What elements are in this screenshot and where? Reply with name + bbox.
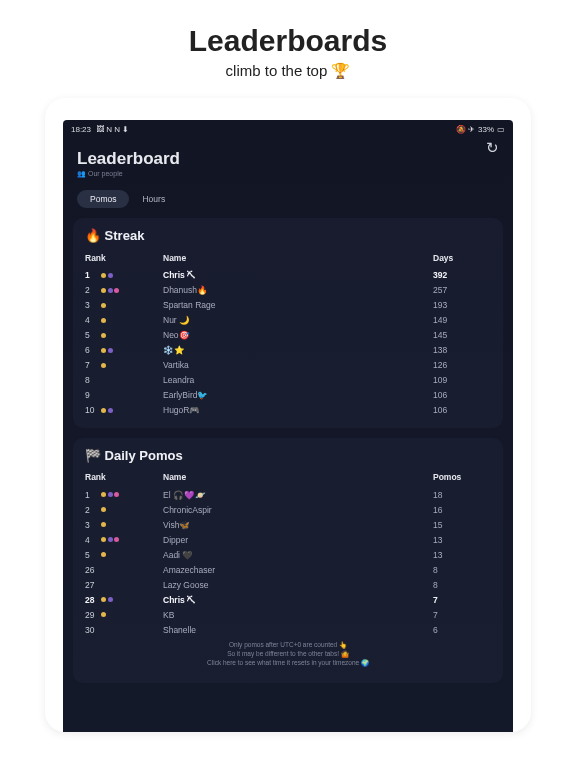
table-row[interactable]: 4Nur 🌙149	[85, 313, 491, 328]
pink-badge-icon	[114, 537, 119, 542]
rank-number: 8	[85, 375, 98, 385]
badges	[101, 303, 106, 308]
table-row[interactable]: 29KB7	[85, 607, 491, 622]
gold-badge-icon	[101, 318, 106, 323]
name-cell: Lazy Goose	[163, 580, 433, 590]
leaderboard-subtitle: 👥 Our people	[77, 170, 180, 178]
value-cell: 8	[433, 580, 491, 590]
gold-badge-icon	[101, 507, 106, 512]
badges	[101, 597, 113, 602]
gold-badge-icon	[101, 333, 106, 338]
value-cell: 6	[433, 625, 491, 635]
badges	[101, 552, 106, 557]
badges	[101, 273, 113, 278]
rank-number: 5	[85, 330, 98, 340]
gold-badge-icon	[101, 492, 106, 497]
table-row[interactable]: 7Vartika126	[85, 358, 491, 373]
tab-pomos[interactable]: Pomos	[77, 190, 129, 208]
promo-header: Leaderboards climb to the top 🏆	[0, 0, 576, 98]
value-cell: 145	[433, 330, 491, 340]
badges	[101, 537, 119, 542]
name-cell: Aadi 🖤	[163, 550, 433, 560]
table-row[interactable]: 26Amazechaser8	[85, 562, 491, 577]
table-row[interactable]: 4Dipper13	[85, 532, 491, 547]
gold-badge-icon	[101, 537, 106, 542]
badges	[101, 612, 106, 617]
name-cell: El 🎧💜🪐	[163, 490, 433, 500]
value-cell: 15	[433, 520, 491, 530]
gold-badge-icon	[101, 597, 106, 602]
pink-badge-icon	[114, 288, 119, 293]
rank-number: 5	[85, 550, 98, 560]
gold-badge-icon	[101, 363, 106, 368]
rank-number: 1	[85, 270, 98, 280]
header-name: Name	[163, 253, 433, 263]
purple-badge-icon	[108, 288, 113, 293]
rank-number: 30	[85, 625, 98, 635]
status-bar: 18:23 🖼 N N ⬇ 🔕 ✈ 33% ▭	[63, 120, 513, 139]
battery-icon: ▭	[497, 125, 505, 134]
rank-number: 6	[85, 345, 98, 355]
refresh-icon[interactable]: ↻	[486, 139, 499, 157]
page-subtitle: climb to the top 🏆	[0, 62, 576, 80]
table-row[interactable]: 3Spartan Rage193	[85, 298, 491, 313]
purple-badge-icon	[108, 597, 113, 602]
badges	[101, 492, 119, 497]
value-cell: 7	[433, 595, 491, 605]
value-cell: 138	[433, 345, 491, 355]
table-row[interactable]: 10HugoR🎮106	[85, 403, 491, 418]
value-cell: 392	[433, 270, 491, 280]
name-cell: Vartika	[163, 360, 433, 370]
header-rank: Rank	[85, 253, 163, 263]
table-row[interactable]: 2Dhanush🔥257	[85, 283, 491, 298]
value-cell: 7	[433, 610, 491, 620]
table-row[interactable]: 28Chris ⛏7	[85, 592, 491, 607]
gold-badge-icon	[101, 348, 106, 353]
table-row[interactable]: 30Shanelle6	[85, 622, 491, 637]
table-row[interactable]: 2ChronicAspir16	[85, 502, 491, 517]
daily-header: Rank Name Pomos	[85, 470, 491, 488]
value-cell: 126	[433, 360, 491, 370]
purple-badge-icon	[108, 348, 113, 353]
gold-badge-icon	[101, 522, 106, 527]
value-cell: 16	[433, 505, 491, 515]
header-name: Name	[163, 472, 433, 482]
name-cell: Chris ⛏	[163, 270, 433, 280]
page-title: Leaderboards	[0, 24, 576, 58]
status-battery: 33%	[478, 125, 494, 134]
rank-number: 7	[85, 360, 98, 370]
badges	[101, 348, 113, 353]
name-cell: Leandra	[163, 375, 433, 385]
name-cell: ❄️⭐	[163, 345, 433, 355]
table-row[interactable]: 1El 🎧💜🪐18	[85, 487, 491, 502]
name-cell: Nur 🌙	[163, 315, 433, 325]
rank-number: 28	[85, 595, 98, 605]
table-row[interactable]: 6❄️⭐138	[85, 343, 491, 358]
gold-badge-icon	[101, 273, 106, 278]
status-icons-right: 🔕 ✈	[456, 125, 475, 134]
table-row[interactable]: 1Chris ⛏392	[85, 268, 491, 283]
name-cell: Dhanush🔥	[163, 285, 433, 295]
tab-hours[interactable]: Hours	[129, 190, 178, 208]
value-cell: 106	[433, 390, 491, 400]
tabs: PomosHours	[63, 182, 513, 218]
daily-footnote[interactable]: Only pomos after UTC+0 are counted 👆 So …	[85, 637, 491, 673]
table-row[interactable]: 3Vish🦋15	[85, 517, 491, 532]
header-value: Days	[433, 253, 491, 263]
table-row[interactable]: 5Aadi 🖤13	[85, 547, 491, 562]
badges	[101, 408, 113, 413]
value-cell: 18	[433, 490, 491, 500]
name-cell: Dipper	[163, 535, 433, 545]
purple-badge-icon	[108, 537, 113, 542]
streak-header: Rank Name Days	[85, 250, 491, 268]
purple-badge-icon	[108, 492, 113, 497]
rank-number: 2	[85, 505, 98, 515]
table-row[interactable]: 27Lazy Goose8	[85, 577, 491, 592]
table-row[interactable]: 5Neo🎯145	[85, 328, 491, 343]
table-row[interactable]: 8Leandra109	[85, 373, 491, 388]
daily-title: 🏁 Daily Pomos	[85, 448, 491, 463]
gold-badge-icon	[101, 552, 106, 557]
badges	[101, 363, 106, 368]
table-row[interactable]: 9EarlyBird🐦106	[85, 388, 491, 403]
name-cell: Amazechaser	[163, 565, 433, 575]
